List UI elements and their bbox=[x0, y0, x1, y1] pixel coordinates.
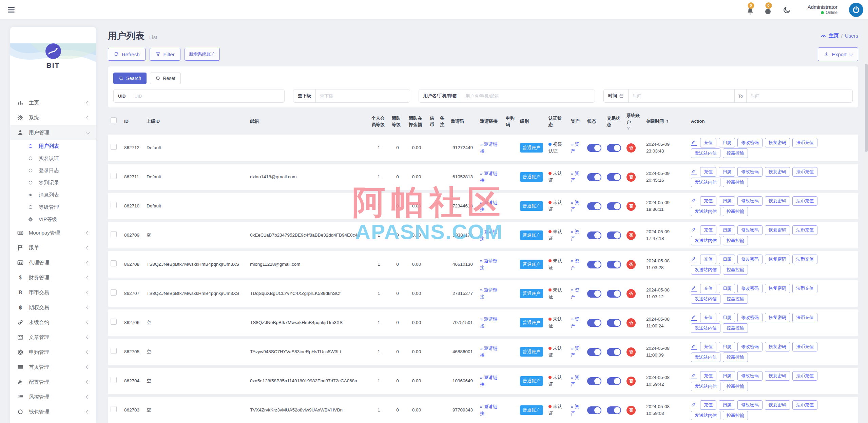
status-toggle[interactable] bbox=[587, 261, 601, 268]
sidebar-subitem-签到记录[interactable]: 签到记录 bbox=[10, 177, 96, 189]
sidebar-item-钱包管理[interactable]: 钱包管理 bbox=[10, 404, 96, 419]
action-button-法币充值[interactable]: 法币充值 bbox=[792, 371, 817, 381]
action-button-法币充值[interactable]: 法币充值 bbox=[792, 196, 817, 206]
action-button-法币充值[interactable]: 法币充值 bbox=[792, 313, 817, 322]
action-button-发送站内信[interactable]: 发送站内信 bbox=[691, 148, 720, 158]
action-button-归属[interactable]: 归属 bbox=[719, 196, 735, 206]
row-checkbox[interactable] bbox=[111, 144, 117, 150]
asset-link[interactable]: » 资产 bbox=[571, 317, 579, 328]
export-button[interactable]: Export bbox=[818, 47, 858, 61]
asset-link[interactable]: » 资产 bbox=[571, 142, 579, 154]
reset-button[interactable]: Reset bbox=[150, 73, 181, 84]
edit-pencil-icon[interactable] bbox=[691, 140, 697, 146]
action-button-修改密码[interactable]: 修改密码 bbox=[737, 342, 763, 351]
status-toggle[interactable] bbox=[587, 173, 601, 181]
action-button-修改密码[interactable]: 修改密码 bbox=[737, 196, 763, 206]
action-button-法币充值[interactable]: 法币充值 bbox=[792, 225, 817, 235]
trade-status-toggle[interactable] bbox=[607, 406, 621, 414]
action-button-恢复密码[interactable]: 恢复密码 bbox=[765, 255, 790, 264]
action-button-恢复密码[interactable]: 恢复密码 bbox=[765, 196, 790, 206]
action-button-恢复密码[interactable]: 恢复密码 bbox=[765, 284, 790, 293]
sidebar-item-质押挖矿[interactable]: ¥质押挖矿 bbox=[10, 419, 96, 423]
edit-pencil-icon[interactable] bbox=[691, 402, 697, 408]
action-button-控赢控输[interactable]: 控赢控输 bbox=[723, 294, 748, 304]
action-button-发送站内信[interactable]: 发送站内信 bbox=[691, 382, 720, 391]
edit-pencil-icon[interactable] bbox=[691, 373, 697, 379]
action-button-发送站内信[interactable]: 发送站内信 bbox=[691, 294, 720, 304]
select-all-checkbox[interactable] bbox=[111, 117, 117, 123]
action-button-归属[interactable]: 归属 bbox=[719, 313, 735, 322]
sidebar-subitem-用户列表[interactable]: 用户列表 bbox=[10, 140, 96, 152]
action-button-法币充值[interactable]: 法币充值 bbox=[792, 138, 817, 147]
action-button-归属[interactable]: 归属 bbox=[719, 342, 735, 351]
sidebar-item-首页管理[interactable]: 首页管理 bbox=[10, 360, 96, 375]
action-button-充值[interactable]: 充值 bbox=[700, 138, 716, 147]
sidebar-item-配置管理[interactable]: 配置管理 bbox=[10, 375, 96, 389]
action-button-恢复密码[interactable]: 恢复密码 bbox=[765, 225, 790, 235]
action-button-恢复密码[interactable]: 恢复密码 bbox=[765, 138, 790, 147]
logo[interactable] bbox=[45, 43, 61, 59]
action-button-恢复密码[interactable]: 恢复密码 bbox=[765, 167, 790, 177]
sidebar-item-风控管理[interactable]: 风控管理 bbox=[10, 389, 96, 404]
status-toggle[interactable] bbox=[587, 319, 601, 327]
avatar[interactable] bbox=[849, 3, 863, 17]
action-button-控赢控输[interactable]: 控赢控输 bbox=[723, 236, 748, 245]
edit-pencil-icon[interactable] bbox=[691, 285, 697, 291]
asset-link[interactable]: » 资产 bbox=[571, 346, 579, 358]
action-button-归属[interactable]: 归属 bbox=[719, 167, 735, 177]
invite-link[interactable]: » 邀请链接 bbox=[480, 375, 498, 387]
notification-disc-icon[interactable]: 0 bbox=[764, 5, 774, 15]
filter-input-0[interactable] bbox=[130, 89, 284, 102]
sidebar-subitem-消息列表[interactable]: 消息列表 bbox=[10, 189, 96, 201]
action-button-充值[interactable]: 充值 bbox=[700, 313, 716, 322]
trade-status-toggle[interactable] bbox=[607, 348, 621, 356]
sidebar-item-跟单[interactable]: 跟单 bbox=[10, 240, 96, 255]
sidebar-item-用户管理[interactable]: 用户管理 bbox=[10, 125, 96, 140]
action-button-修改密码[interactable]: 修改密码 bbox=[737, 284, 763, 293]
action-button-法币充值[interactable]: 法币充值 bbox=[792, 342, 817, 351]
trade-status-toggle[interactable] bbox=[607, 319, 621, 327]
scrollbar-thumb[interactable] bbox=[865, 64, 868, 152]
action-button-修改密码[interactable]: 修改密码 bbox=[737, 138, 763, 147]
breadcrumb-current[interactable]: Users bbox=[845, 33, 858, 39]
sort-arrow-up-icon[interactable] bbox=[665, 119, 670, 123]
status-toggle[interactable] bbox=[587, 290, 601, 298]
menu-icon[interactable] bbox=[7, 5, 16, 14]
action-button-修改密码[interactable]: 修改密码 bbox=[737, 167, 763, 177]
trade-status-toggle[interactable] bbox=[607, 144, 621, 152]
asset-link[interactable]: » 资产 bbox=[571, 171, 579, 183]
trade-status-toggle[interactable] bbox=[607, 261, 621, 268]
action-button-充值[interactable]: 充值 bbox=[700, 196, 716, 206]
row-checkbox[interactable] bbox=[111, 260, 117, 266]
status-toggle[interactable] bbox=[587, 406, 601, 414]
sidebar-subitem-实名认证[interactable]: 实名认证 bbox=[10, 152, 96, 164]
edit-pencil-icon[interactable] bbox=[691, 198, 697, 204]
edit-pencil-icon[interactable] bbox=[691, 169, 697, 175]
sidebar-item-系统[interactable]: 系统 bbox=[10, 110, 96, 125]
sidebar-item-期权交易[interactable]: ฿期权交易 bbox=[10, 300, 96, 315]
scrollbar[interactable] bbox=[865, 20, 868, 423]
row-checkbox[interactable] bbox=[111, 377, 117, 383]
edit-pencil-icon[interactable] bbox=[691, 256, 697, 262]
action-button-恢复密码[interactable]: 恢复密码 bbox=[765, 400, 790, 410]
asset-link[interactable]: » 资产 bbox=[571, 229, 579, 241]
action-button-发送站内信[interactable]: 发送站内信 bbox=[691, 265, 720, 275]
action-button-恢复密码[interactable]: 恢复密码 bbox=[765, 371, 790, 381]
status-toggle[interactable] bbox=[587, 144, 601, 152]
action-button-发送站内信[interactable]: 发送站内信 bbox=[691, 207, 720, 216]
asset-link[interactable]: » 资产 bbox=[571, 404, 579, 416]
invite-link[interactable]: » 邀请链接 bbox=[480, 229, 498, 241]
invite-link[interactable]: » 邀请链接 bbox=[480, 346, 498, 358]
dark-mode-moon-icon[interactable] bbox=[783, 5, 791, 14]
action-button-发送站内信[interactable]: 发送站内信 bbox=[691, 323, 720, 333]
action-button-充值[interactable]: 充值 bbox=[700, 167, 716, 177]
trade-status-toggle[interactable] bbox=[607, 377, 621, 385]
action-button-归属[interactable]: 归属 bbox=[719, 371, 735, 381]
action-button-控赢控输[interactable]: 控赢控输 bbox=[723, 148, 748, 158]
invite-link[interactable]: » 邀请链接 bbox=[480, 258, 498, 270]
action-button-充值[interactable]: 充值 bbox=[700, 342, 716, 351]
status-toggle[interactable] bbox=[587, 348, 601, 356]
trade-status-toggle[interactable] bbox=[607, 231, 621, 239]
trade-status-toggle[interactable] bbox=[607, 202, 621, 210]
filter-input-3-end[interactable] bbox=[747, 89, 852, 102]
